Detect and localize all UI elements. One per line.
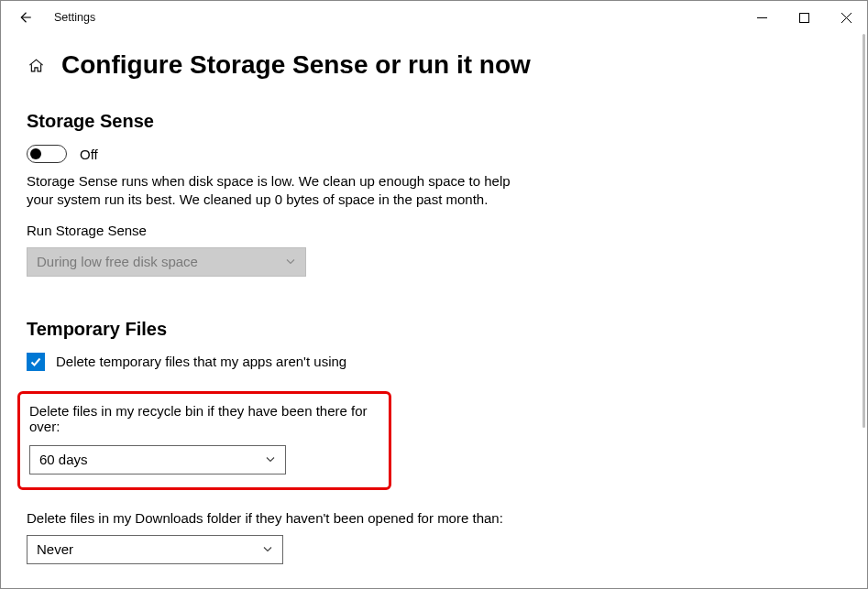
close-icon (841, 13, 852, 23)
minimize-icon (757, 13, 767, 23)
minimize-button[interactable] (741, 1, 783, 34)
maximize-button[interactable] (783, 1, 825, 34)
home-icon-svg (27, 57, 45, 74)
storage-sense-toggle-row: Off (27, 145, 841, 163)
storage-sense-description: Storage Sense runs when disk space is lo… (27, 172, 540, 210)
page-header: Configure Storage Sense or run it now (27, 50, 841, 80)
back-arrow-icon (16, 9, 33, 26)
recycle-bin-label: Delete files in my recycle bin if they h… (29, 403, 376, 434)
recycle-bin-dropdown[interactable]: 60 days (29, 445, 286, 474)
window-controls (741, 1, 867, 34)
content-area: Configure Storage Sense or run it now St… (1, 34, 867, 589)
run-storage-sense-value: During low free disk space (37, 254, 198, 269)
delete-unused-checkbox[interactable] (27, 353, 45, 371)
back-button[interactable] (8, 1, 41, 34)
recycle-bin-value: 60 days (39, 452, 88, 467)
close-button[interactable] (825, 1, 867, 34)
page-title: Configure Storage Sense or run it now (61, 50, 531, 80)
chevron-down-icon (262, 541, 273, 557)
run-storage-sense-dropdown: During low free disk space (27, 247, 306, 277)
chevron-down-icon (285, 254, 296, 269)
chevron-down-icon (265, 452, 276, 467)
app-title: Settings (54, 11, 95, 24)
recycle-bin-highlight: Delete files in my recycle bin if they h… (17, 391, 391, 490)
downloads-value: Never (37, 541, 73, 557)
maximize-icon (799, 13, 809, 23)
downloads-dropdown[interactable]: Never (27, 535, 283, 564)
toggle-knob (30, 148, 41, 159)
checkmark-icon (29, 355, 42, 368)
temporary-files-heading: Temporary Files (27, 319, 841, 340)
storage-sense-toggle[interactable] (27, 145, 67, 163)
delete-unused-label: Delete temporary files that my apps aren… (56, 354, 346, 369)
storage-sense-heading: Storage Sense (27, 111, 841, 132)
svg-rect-0 (799, 13, 808, 22)
storage-sense-toggle-label: Off (80, 147, 98, 162)
titlebar: Settings (1, 1, 867, 34)
delete-unused-row: Delete temporary files that my apps aren… (27, 353, 841, 371)
home-icon[interactable] (27, 56, 45, 74)
downloads-label: Delete files in my Downloads folder if t… (27, 510, 841, 526)
run-storage-sense-label: Run Storage Sense (27, 223, 841, 238)
